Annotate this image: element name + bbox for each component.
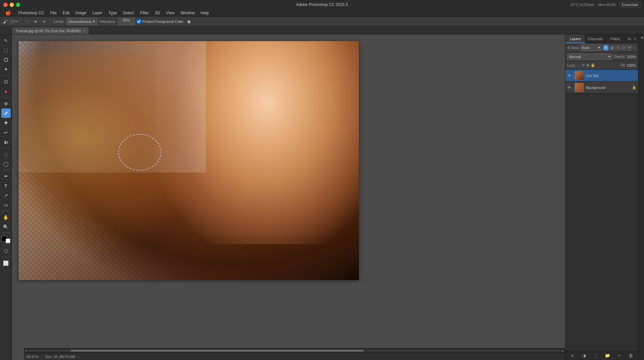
sample-icon[interactable]: ◉	[186, 18, 192, 25]
menu-image[interactable]: Image	[73, 9, 89, 17]
fx-button[interactable]: fx	[569, 352, 576, 359]
protect-fg-checkbox[interactable]: Protect Foreground Color	[137, 19, 184, 24]
brush-option-1[interactable]: ⬚	[24, 18, 30, 25]
panel-expand-icon[interactable]: ≫	[627, 36, 632, 41]
lock-pixels-icon[interactable]: ⬚	[577, 63, 581, 67]
brush-option-2[interactable]: ⊕	[32, 18, 39, 25]
brush-option-3[interactable]: ⊘	[41, 18, 47, 25]
move-tool[interactable]: ↖	[1, 36, 11, 45]
eyedropper-tool[interactable]: 🔺	[1, 87, 11, 96]
minimize-button[interactable]	[10, 3, 14, 7]
panel-menu-icon[interactable]: ≡	[633, 36, 637, 41]
menu-view[interactable]: View	[163, 9, 177, 17]
right-strip: ▶	[638, 35, 644, 360]
lock-all-icon[interactable]: 🔒	[591, 63, 595, 67]
blend-mode-dropdown[interactable]: Normal ▾	[567, 53, 612, 60]
text-tool[interactable]: T	[1, 181, 11, 190]
brush-size-icon[interactable]: ◯500	[11, 18, 17, 25]
history-brush[interactable]: ↩	[1, 128, 11, 137]
new-fill-adjustment-button[interactable]: ◑	[581, 352, 588, 359]
filter-shape-icon[interactable]: ⬡	[621, 45, 626, 50]
apple-menu[interactable]: 🍎	[3, 9, 14, 17]
cutout-thumb-face	[575, 71, 584, 80]
tab-layers[interactable]: Layers	[565, 35, 585, 43]
opacity-value[interactable]: 100%	[627, 55, 636, 59]
filter-adjust-icon[interactable]: ◑	[609, 45, 614, 50]
tab-paths[interactable]: Paths	[605, 35, 625, 43]
close-button[interactable]	[3, 3, 8, 7]
color-picker[interactable]	[2, 236, 10, 243]
menu-select[interactable]: Select	[120, 9, 136, 17]
lock-row: Lock: ⬚ ✛ ⊞ 🔒 Fill: 100%	[565, 61, 638, 70]
hand-tool[interactable]: ✋	[1, 213, 11, 222]
menu-filter[interactable]: Filter	[137, 9, 152, 17]
filter-toggle[interactable]: ○	[634, 46, 636, 50]
healing-brush[interactable]: ⊕	[1, 99, 11, 108]
tolerance-input[interactable]: 30%	[118, 18, 135, 25]
canvas-area[interactable]: ◂ ▸ 66.67% | Doc: 35.3M/70.8M	[12, 35, 565, 360]
essentials-button[interactable]: Essentials	[619, 2, 641, 7]
filter-smart-icon[interactable]: ✦	[627, 45, 632, 50]
layers-footer: fx ◑ ⬚ 📁 + 🗑	[565, 351, 638, 360]
menu-3d[interactable]: 3D	[152, 9, 163, 17]
doc-tab-close[interactable]: ✕	[83, 29, 85, 33]
lock-artboard-icon[interactable]: ⊞	[586, 63, 589, 67]
tool-sep-7	[2, 245, 10, 245]
layer-item-cutout[interactable]: 👁 Cut Out	[565, 70, 638, 82]
menu-photoshop[interactable]: Photoshop CC	[16, 9, 47, 17]
layer-visibility-cutout[interactable]: 👁	[567, 73, 573, 78]
new-layer-button[interactable]: +	[616, 352, 622, 359]
background-color[interactable]	[6, 239, 10, 243]
strip-collapse-icon[interactable]: ▶	[639, 36, 644, 39]
magic-wand-tool[interactable]: ✦	[1, 65, 11, 74]
kind-dropdown[interactable]: Kind ▾	[580, 44, 602, 51]
menu-type[interactable]: Type	[106, 9, 120, 17]
crop-tool[interactable]: ⊡	[1, 77, 11, 86]
maximize-button[interactable]	[16, 3, 20, 7]
zoom-tool[interactable]: 🔍	[1, 222, 11, 232]
limits-dropdown[interactable]: Discontinuous ▾	[66, 18, 97, 25]
screen-mode[interactable]: ⬜	[1, 258, 11, 268]
quick-mask-mode[interactable]: ⬡	[1, 246, 11, 255]
fill-value[interactable]: 100%	[627, 63, 636, 67]
canvas[interactable]	[19, 41, 359, 280]
lock-position-icon[interactable]: ✛	[582, 63, 585, 67]
scroll-right-arrow[interactable]: ▸	[561, 349, 565, 352]
scroll-track[interactable]	[28, 350, 561, 352]
scroll-left-arrow[interactable]: ◂	[24, 349, 28, 352]
filter-type-icon[interactable]: T	[615, 45, 620, 50]
scroll-thumb[interactable]	[71, 350, 363, 352]
document-tab[interactable]: Tutorial.jpg @ 66.7% (Cut Out, RGB/8#) ✕	[12, 27, 89, 34]
layer-item-background[interactable]: 👁 Background 🔒	[565, 82, 638, 94]
menu-file[interactable]: File	[47, 9, 59, 17]
new-group-button[interactable]: 📁	[604, 352, 611, 359]
clone-stamp[interactable]: ✚	[1, 118, 11, 127]
layer-visibility-background[interactable]: 👁	[567, 85, 573, 90]
dodge-tool[interactable]: ◯	[1, 159, 11, 169]
scrollbar-horizontal[interactable]: ◂ ▸	[24, 348, 565, 353]
filter-icons: P ◑ T ⬡ ✦	[603, 45, 632, 50]
delete-layer-button[interactable]: 🗑	[627, 352, 634, 359]
lock-label: Lock:	[567, 63, 576, 67]
window-controls[interactable]	[3, 3, 20, 7]
background-lock-icon: 🔒	[632, 86, 636, 89]
layers-spacer	[565, 94, 638, 351]
filter-pixel-icon[interactable]: P	[603, 45, 608, 50]
pen-tool[interactable]: ✒	[1, 172, 11, 181]
eraser-tool[interactable]	[1, 137, 11, 147]
separator-1	[20, 18, 21, 25]
menu-layer[interactable]: Layer	[90, 9, 105, 17]
lasso-tool[interactable]	[1, 55, 11, 64]
menu-help[interactable]: Help	[198, 9, 211, 17]
layers-filter-row: ⊘ Kind Kind ▾ P ◑ T ⬡ ✦ ○	[565, 43, 638, 52]
tab-channels[interactable]: Channels	[585, 35, 605, 43]
shape-tool[interactable]: ▭	[1, 200, 11, 210]
path-selection[interactable]: ↗	[1, 191, 11, 200]
canvas-content	[19, 41, 359, 280]
new-layer-mask-button[interactable]: ⬚	[593, 352, 599, 359]
menu-edit[interactable]: Edit	[60, 9, 72, 17]
brush-tool[interactable]	[1, 108, 11, 118]
menu-window[interactable]: Window	[178, 9, 198, 17]
blur-tool[interactable]: ◌	[1, 150, 11, 159]
marquee-tool[interactable]: ⬚	[1, 45, 11, 55]
